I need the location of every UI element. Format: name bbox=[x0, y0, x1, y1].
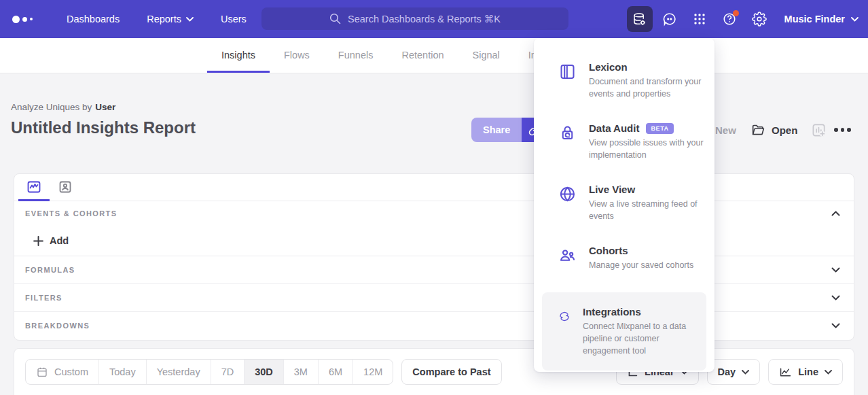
speech-bubble-icon bbox=[662, 12, 677, 27]
chevron-down-icon[interactable] bbox=[831, 295, 840, 300]
menu-item-integrations[interactable]: Integrations Connect Mixpanel to a data … bbox=[542, 292, 706, 371]
range-6m[interactable]: 6M bbox=[318, 360, 352, 384]
book-icon bbox=[558, 63, 577, 81]
tab-profiles-view[interactable] bbox=[50, 173, 81, 201]
menu-item-data-audit[interactable]: Data AuditBETA View possible issues with… bbox=[534, 122, 715, 184]
page-title[interactable]: Untitled Insights Report bbox=[11, 118, 196, 137]
open-report-button[interactable]: Open bbox=[751, 118, 797, 142]
topbar-actions: Music Finder bbox=[627, 0, 858, 38]
nav-dashboards[interactable]: Dashboards bbox=[67, 14, 120, 24]
apps-grid-icon bbox=[693, 12, 706, 26]
globe-icon bbox=[558, 185, 577, 203]
calendar-icon bbox=[36, 366, 48, 378]
gear-icon bbox=[752, 12, 767, 27]
section-label: BREAKDOWNS bbox=[25, 322, 90, 330]
lock-audit-icon bbox=[558, 124, 577, 142]
beta-badge: BETA bbox=[646, 123, 673, 134]
chevron-down-icon bbox=[186, 17, 194, 22]
search-icon bbox=[329, 13, 341, 24]
analyze-line: Analyze Uniques byUser bbox=[11, 102, 115, 112]
section-label: EVENTS & COHORTS bbox=[25, 209, 117, 218]
tab-retention[interactable]: Retention bbox=[387, 38, 458, 73]
tab-events-view[interactable] bbox=[18, 173, 50, 201]
topbar: Dashboards Reports Users Search Dashboar… bbox=[0, 0, 868, 38]
range-30d[interactable]: 30D bbox=[244, 360, 283, 384]
profile-icon bbox=[57, 179, 73, 195]
tab-signal[interactable]: Signal bbox=[458, 38, 514, 73]
menu-item-live-view[interactable]: Live View View a live streaming feed of … bbox=[534, 184, 715, 245]
nav-users[interactable]: Users bbox=[221, 14, 247, 24]
report-tabs: Insights Flows Funnels Retention Signal … bbox=[0, 38, 868, 73]
chevron-down-icon bbox=[851, 17, 858, 22]
compare-to-past-button[interactable]: Compare to Past bbox=[401, 359, 501, 385]
chevron-down-icon bbox=[825, 370, 832, 375]
feedback-button[interactable] bbox=[657, 6, 683, 32]
tab-flows[interactable]: Flows bbox=[270, 38, 324, 73]
more-options-button[interactable] bbox=[834, 118, 851, 142]
range-3m[interactable]: 3M bbox=[283, 360, 318, 384]
range-yesterday[interactable]: Yesterday bbox=[146, 360, 211, 384]
section-label: FORMULAS bbox=[25, 266, 75, 274]
tab-insights[interactable]: Insights bbox=[207, 38, 270, 73]
project-selector[interactable]: Music Finder bbox=[784, 14, 858, 24]
data-management-button[interactable] bbox=[627, 6, 653, 32]
search-input[interactable]: Search Dashboards & Reports ⌘K bbox=[261, 7, 568, 30]
folder-icon bbox=[751, 123, 765, 137]
line-chart-icon bbox=[779, 366, 792, 379]
nav-reports[interactable]: Reports bbox=[147, 14, 194, 24]
events-chart-icon bbox=[26, 179, 42, 195]
board-plus-icon bbox=[811, 122, 827, 138]
share-button[interactable]: Share bbox=[471, 118, 522, 142]
help-button[interactable] bbox=[717, 6, 742, 32]
chart-toolbar: Custom Today Yesterday 7D 30D 3M 6M 12M … bbox=[14, 348, 854, 395]
chart-type-select[interactable]: Line bbox=[768, 359, 843, 385]
chevron-down-icon bbox=[742, 370, 749, 375]
chevron-up-icon[interactable] bbox=[831, 211, 840, 216]
settings-button[interactable] bbox=[746, 6, 772, 32]
section-filters[interactable]: FILTERS bbox=[14, 284, 854, 311]
section-formulas[interactable]: FORMULAS bbox=[14, 256, 854, 284]
analyze-entity[interactable]: User bbox=[95, 102, 115, 112]
range-custom[interactable]: Custom bbox=[26, 360, 98, 384]
chevron-down-icon[interactable] bbox=[831, 267, 840, 273]
apps-grid-button[interactable] bbox=[687, 6, 712, 32]
chevron-down-icon[interactable] bbox=[831, 323, 840, 328]
range-today[interactable]: Today bbox=[98, 360, 146, 384]
section-breakdowns[interactable]: BREAKDOWNS bbox=[14, 311, 854, 339]
search-placeholder: Search Dashboards & Reports ⌘K bbox=[348, 14, 501, 24]
mixpanel-logo-icon[interactable] bbox=[12, 16, 43, 23]
data-management-menu: Lexicon Document and transform your even… bbox=[534, 38, 715, 372]
range-12m[interactable]: 12M bbox=[352, 360, 393, 384]
builder-tabs bbox=[14, 174, 854, 201]
menu-item-lexicon[interactable]: Lexicon Document and transform your even… bbox=[534, 61, 715, 122]
range-7d[interactable]: 7D bbox=[211, 360, 245, 384]
add-to-dashboard-button[interactable] bbox=[811, 118, 827, 142]
query-builder-panel: EVENTS & COHORTS Add FORMULAS FILTERS BR… bbox=[14, 173, 854, 341]
section-label: FILTERS bbox=[25, 294, 62, 302]
section-events-cohorts[interactable]: EVENTS & COHORTS bbox=[14, 201, 854, 226]
granularity-select[interactable]: Day bbox=[707, 359, 761, 385]
date-range-selector: Custom Today Yesterday 7D 30D 3M 6M 12M bbox=[25, 359, 393, 385]
sync-icon bbox=[558, 307, 571, 326]
add-event-button[interactable]: Add bbox=[14, 226, 854, 256]
top-navigation: Dashboards Reports Users bbox=[67, 14, 247, 24]
database-gear-icon bbox=[632, 12, 647, 27]
plus-icon bbox=[33, 236, 43, 246]
tab-funnels[interactable]: Funnels bbox=[324, 38, 388, 73]
cohorts-icon bbox=[558, 246, 577, 264]
notification-dot bbox=[733, 10, 739, 16]
